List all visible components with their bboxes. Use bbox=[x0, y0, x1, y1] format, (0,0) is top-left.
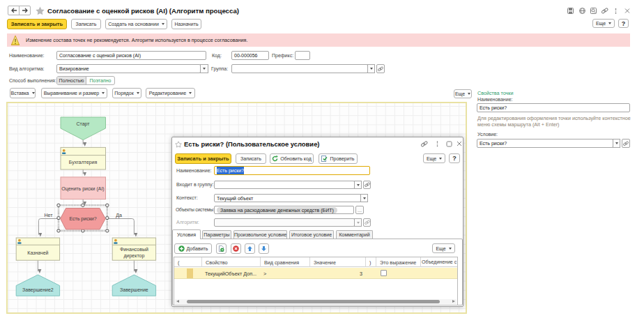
svg-text:Оценить риски (AI): Оценить риски (AI) bbox=[61, 186, 104, 192]
svg-text:Есть риски?: Есть риски? bbox=[69, 216, 96, 222]
svg-text:Завершение: Завершение bbox=[120, 287, 148, 293]
svg-text:Завершение2: Завершение2 bbox=[22, 287, 54, 293]
svg-text:Старт: Старт bbox=[76, 121, 90, 127]
svg-text:Финансовый: Финансовый bbox=[120, 247, 148, 252]
svg-text:директор: директор bbox=[123, 253, 144, 259]
svg-text:Казначей: Казначей bbox=[27, 250, 48, 255]
svg-text:Бухгалтерия: Бухгалтерия bbox=[69, 160, 98, 165]
svg-text:Да: Да bbox=[116, 213, 122, 218]
svg-text:Нет: Нет bbox=[45, 213, 54, 218]
